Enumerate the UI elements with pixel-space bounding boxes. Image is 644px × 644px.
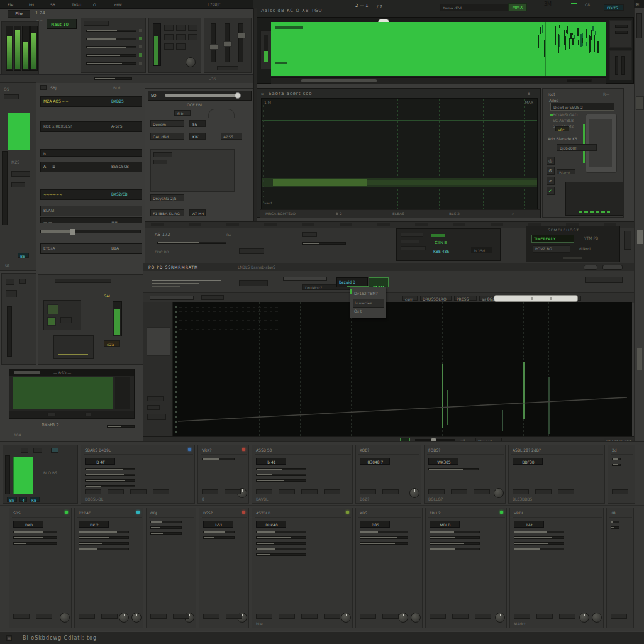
- module-value-box[interactable]: BBF30: [513, 458, 543, 465]
- module-chip-1[interactable]: [382, 614, 399, 619]
- list-head-chip[interactable]: [40, 85, 47, 90]
- browser-yellow-chip[interactable]: a8*: [555, 126, 569, 131]
- shelf-slider[interactable]: [94, 77, 132, 80]
- list-row-8[interactable]: ETCsAB8A: [40, 243, 142, 254]
- module-value-box[interactable]: b 41: [256, 458, 286, 465]
- inspector-row-value-3[interactable]: AT M4: [189, 209, 206, 216]
- module-chip-2[interactable]: [558, 489, 574, 494]
- module-slider-3[interactable]: [256, 548, 306, 550]
- list-slider[interactable]: [40, 230, 141, 233]
- module-chip-0[interactable]: [13, 614, 30, 619]
- list-row-2[interactable]: b: [40, 149, 142, 157]
- module-value-box[interactable]: BKB: [13, 521, 43, 528]
- module-value-box[interactable]: 83048 7: [360, 458, 390, 465]
- inspector-row-value-1[interactable]: KIK: [189, 133, 206, 140]
- lr-chip2[interactable]: [19, 279, 26, 284]
- h-scrollbar[interactable]: [494, 295, 578, 302]
- editor-canvas[interactable]: [173, 302, 632, 436]
- inspector-row-label-1[interactable]: CAL d8d: [150, 133, 184, 140]
- device-c-slot-0[interactable]: [211, 23, 216, 62]
- module-slider-0[interactable]: [203, 531, 235, 533]
- inspector-row-label-0[interactable]: Dexsrn: [150, 120, 184, 127]
- browser-small-chip[interactable]: Blamt: [557, 169, 575, 174]
- module-slider-1[interactable]: [430, 536, 480, 539]
- device-a-slider-1[interactable]: [86, 38, 136, 40]
- module-knob-1[interactable]: [119, 613, 129, 623]
- device-c-foot-chip[interactable]: [217, 66, 238, 70]
- module-value-box[interactable]: MBLB: [430, 521, 460, 528]
- device-b-btn-1[interactable]: [176, 25, 186, 31]
- module-value-box[interactable]: WK305: [428, 458, 458, 465]
- devA-value-box[interactable]: b 15d: [471, 247, 492, 253]
- device-c-handle-0[interactable]: [209, 44, 218, 50]
- clip-panel-chip3[interactable]: [51, 448, 58, 453]
- rail-chip-2[interactable]: [11, 171, 30, 177]
- module-slider-1[interactable]: [256, 474, 306, 476]
- groupbox-chip2[interactable]: [153, 160, 167, 164]
- device-b-btn-4[interactable]: [176, 34, 186, 40]
- module-slider-2[interactable]: [79, 542, 129, 545]
- module-slider-2[interactable]: [514, 542, 564, 545]
- module-chip-2[interactable]: [301, 489, 318, 494]
- rail-handle-1[interactable]: [636, 96, 644, 110]
- menu-item-2[interactable]: 5B: [50, 3, 69, 8]
- mmx-button[interactable]: MMX: [508, 3, 527, 11]
- module-chip-3[interactable]: [324, 614, 340, 619]
- module-slider-3[interactable]: [514, 548, 564, 550]
- list-row-4[interactable]: ≈≈≈≈≈≈BKS2/EB: [40, 189, 142, 200]
- module-chip-2[interactable]: [475, 614, 491, 619]
- gutter-box[interactable]: [147, 327, 170, 356]
- h3-tool-chip-0[interactable]: cam: [402, 296, 418, 301]
- module-chip-0[interactable]: [612, 489, 628, 494]
- module-slider-1[interactable]: [79, 536, 129, 539]
- module-value-box[interactable]: B85: [360, 521, 390, 528]
- rail-chip-3[interactable]: [11, 182, 25, 187]
- module-slider-1[interactable]: [203, 536, 235, 539]
- monitor-screen[interactable]: [13, 377, 113, 409]
- clip-panel-chip2[interactable]: [33, 448, 42, 453]
- module-slider-0[interactable]: [430, 531, 480, 533]
- device-b-knob[interactable]: [186, 57, 196, 67]
- module-slider-1[interactable]: [514, 536, 564, 539]
- module-chip-3[interactable]: [153, 489, 169, 494]
- rail-top-widget[interactable]: [636, 13, 642, 38]
- module-chip-0[interactable]: [428, 489, 445, 494]
- devA-chip2[interactable]: [401, 240, 419, 243]
- lr-chip1[interactable]: [6, 279, 14, 285]
- module-knob-1[interactable]: [398, 613, 408, 623]
- clip-teal-chip3[interactable]: KB: [30, 497, 40, 502]
- module-chip-1[interactable]: [173, 614, 189, 619]
- module-knob-0[interactable]: [60, 613, 70, 623]
- inspector-progress[interactable]: [165, 94, 239, 97]
- module-chip-0[interactable]: [256, 614, 272, 619]
- module-chip-1[interactable]: [536, 614, 553, 619]
- display-side-widget[interactable]: [260, 30, 272, 69]
- grid-corner-btn[interactable]: B: [528, 91, 530, 96]
- module-chip-3[interactable]: [324, 489, 340, 494]
- lr-chip3[interactable]: [6, 290, 17, 297]
- rail-chip-1[interactable]: [4, 94, 19, 99]
- gear-icon[interactable]: ⚙: [547, 167, 555, 175]
- module-slider-2[interactable]: [13, 542, 57, 545]
- device-a-slider-3[interactable]: [86, 54, 136, 57]
- module-slider-3[interactable]: [430, 548, 480, 550]
- module-slider-0[interactable]: [202, 458, 235, 460]
- grid-toolbar-item-0[interactable]: MRCA BCMTSLO: [265, 211, 322, 216]
- grid-band-bright[interactable]: [273, 179, 367, 186]
- module-chip-1[interactable]: [226, 614, 242, 619]
- module-slider-1[interactable]: [360, 536, 408, 539]
- list-row-0[interactable]: MZA AOS ‒ ‒BKB25: [40, 96, 142, 107]
- module-slider-0[interactable]: [256, 531, 306, 533]
- status-chip[interactable]: ⊞: [6, 635, 12, 641]
- module-slider-2[interactable]: [85, 479, 135, 482]
- module-chip-1[interactable]: [279, 614, 295, 619]
- device-b-btn-6[interactable]: [164, 43, 174, 50]
- inspector-row-label-2[interactable]: Drsyshla 2/5: [150, 194, 184, 201]
- clip-panel-chip1[interactable]: [21, 448, 28, 453]
- strip-chip-b[interactable]: [302, 232, 317, 237]
- module-slider-3[interactable]: [85, 485, 135, 487]
- inspector-row-label-3[interactable]: F1 IBBA SL RG: [150, 209, 184, 216]
- inspector-row-extra-1[interactable]: AZSS: [221, 133, 242, 140]
- module-slider-3[interactable]: [79, 548, 129, 550]
- module-chip-0[interactable]: [150, 614, 167, 619]
